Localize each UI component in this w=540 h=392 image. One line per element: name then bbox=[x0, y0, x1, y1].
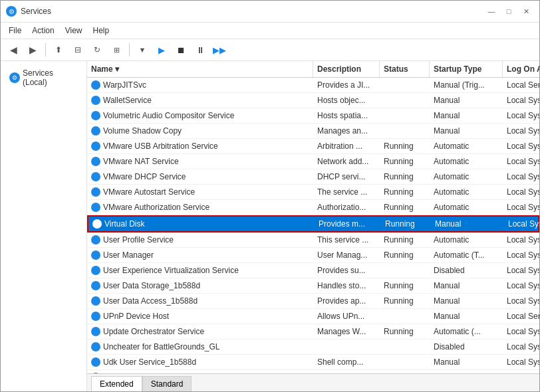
toolbar-map[interactable]: ⊞ bbox=[108, 41, 125, 58]
service-icon bbox=[91, 126, 100, 136]
table-container: Name ▾ Description Status Startup Type L… bbox=[87, 61, 539, 391]
toolbar-refresh[interactable]: ↻ bbox=[88, 41, 106, 58]
row-description-cell: Handles sto... bbox=[313, 278, 380, 293]
table-row[interactable]: VMware Autostart ServiceThe service ...R… bbox=[87, 185, 539, 200]
toolbar-play[interactable]: ▶ bbox=[153, 41, 170, 58]
table-row[interactable]: User Experience Virtualization ServicePr… bbox=[87, 263, 539, 278]
row-name-cell: Virtual Disk bbox=[88, 217, 315, 231]
menu-file[interactable]: File bbox=[3, 24, 27, 37]
service-icon bbox=[91, 111, 100, 120]
table-row[interactable]: User Data Storage_1b588dHandles sto...Ru… bbox=[87, 278, 539, 294]
row-description-cell: Provides a JI... bbox=[313, 78, 380, 92]
row-name-cell: WalletService bbox=[87, 93, 313, 108]
service-icon bbox=[91, 235, 100, 245]
row-name-cell: Volume Shadow Copy bbox=[87, 124, 313, 138]
row-logon-cell: Local Service bbox=[503, 309, 539, 324]
toolbar-back[interactable]: ◀ bbox=[5, 41, 22, 58]
menu-help[interactable]: Help bbox=[88, 24, 115, 37]
row-status-cell bbox=[380, 124, 430, 138]
table-row[interactable]: VMware NAT ServiceNetwork add...RunningA… bbox=[87, 154, 539, 169]
row-description-cell: Provides su... bbox=[313, 263, 380, 278]
toolbar-forward[interactable]: ▶ bbox=[24, 41, 41, 58]
service-icon bbox=[91, 157, 100, 166]
service-icon bbox=[91, 80, 100, 90]
row-name: User Profile Service bbox=[103, 235, 174, 245]
table-row[interactable]: Udk User Service_1b588dShell comp...Manu… bbox=[87, 355, 539, 370]
tab-extended[interactable]: Extended bbox=[91, 376, 142, 391]
row-status-cell bbox=[380, 93, 430, 108]
minimize-button[interactable]: — bbox=[483, 5, 499, 18]
row-description-cell bbox=[313, 340, 380, 354]
menu-action[interactable]: Action bbox=[27, 24, 59, 37]
close-button[interactable]: ✕ bbox=[518, 5, 534, 18]
toolbar-up[interactable]: ⬆ bbox=[50, 41, 67, 58]
row-status-cell: Running bbox=[380, 233, 430, 247]
toolbar-show-hide[interactable]: ⊟ bbox=[69, 41, 86, 58]
row-description-cell: DHCP servi... bbox=[313, 169, 380, 184]
table-row[interactable]: Volumetric Audio Compositor ServiceHosts… bbox=[87, 108, 539, 124]
table-row[interactable]: VMware USB Arbitration ServiceArbitratio… bbox=[87, 139, 539, 154]
table-row[interactable]: User ManagerUser Manag...RunningAutomati… bbox=[87, 248, 539, 263]
table-row[interactable]: Volume Shadow CopyManages an...ManualLoc… bbox=[87, 124, 539, 139]
table-row[interactable]: WarpJITSvcProvides a JI...Manual (Trig..… bbox=[87, 78, 539, 93]
tab-standard[interactable]: Standard bbox=[142, 376, 192, 391]
row-name-cell: VMware Authorization Service bbox=[87, 200, 313, 215]
row-name: Volume Shadow Copy bbox=[103, 126, 182, 136]
row-startup-cell: Manual bbox=[430, 309, 503, 324]
toolbar-restart[interactable]: ▶▶ bbox=[211, 41, 228, 58]
toolbar-pause[interactable]: ⏸ bbox=[192, 41, 209, 58]
col-header-startup[interactable]: Startup Type bbox=[430, 61, 503, 77]
row-logon-cell: Local Syste... bbox=[503, 139, 539, 153]
table-row[interactable]: User Data Access_1b588dProvides ap...Run… bbox=[87, 294, 539, 309]
col-header-status[interactable]: Status bbox=[380, 61, 430, 77]
row-name: VMware DHCP Service bbox=[103, 172, 186, 181]
row-name: VMware Autostart Service bbox=[103, 187, 195, 197]
row-logon-cell: Local Syste... bbox=[503, 200, 539, 215]
row-logon-cell: Local Syste... bbox=[503, 294, 539, 308]
row-logon-cell: Local Syste... bbox=[503, 93, 539, 108]
table-body[interactable]: WarpJITSvcProvides a JI...Manual (Trig..… bbox=[87, 78, 539, 373]
col-header-description[interactable]: Description bbox=[313, 61, 380, 77]
col-header-name[interactable]: Name ▾ bbox=[87, 61, 313, 77]
table-row[interactable]: Virtual DiskProvides m...RunningManualLo… bbox=[87, 215, 539, 233]
row-startup-cell: Automatic bbox=[430, 154, 503, 169]
row-startup-cell: Disabled bbox=[430, 340, 503, 354]
row-startup-cell: Manual (Trig... bbox=[430, 78, 503, 92]
toolbar-stop[interactable]: ⏹ bbox=[172, 41, 190, 58]
table-row[interactable]: Update Orchestrator ServiceManages W...R… bbox=[87, 324, 539, 340]
table-header: Name ▾ Description Status Startup Type L… bbox=[87, 61, 539, 78]
sidebar-item-services-local[interactable]: ⚙ Services (Local) bbox=[5, 65, 82, 90]
table-row[interactable]: Uncheater for BattleGrounds_GLDisabledLo… bbox=[87, 340, 539, 355]
table-row[interactable]: VMware Authorization ServiceAuthorizatio… bbox=[87, 200, 539, 215]
row-name: VMware Authorization Service bbox=[103, 203, 209, 212]
menu-view[interactable]: View bbox=[60, 24, 88, 37]
table-row[interactable]: WalletServiceHosts objec...ManualLocal S… bbox=[87, 93, 539, 108]
row-startup-cell: Manual bbox=[430, 108, 503, 123]
table-row[interactable]: VMware DHCP ServiceDHCP servi...RunningA… bbox=[87, 169, 539, 185]
maximize-button[interactable]: □ bbox=[501, 5, 517, 18]
row-name-cell: User Data Access_1b588d bbox=[87, 294, 313, 308]
toolbar-filter[interactable]: ▼ bbox=[134, 41, 151, 58]
row-name: User Data Access_1b588d bbox=[103, 296, 198, 306]
table-row[interactable]: User Profile ServiceThis service ...Runn… bbox=[87, 233, 539, 248]
col-header-logon[interactable]: Log On As bbox=[503, 61, 539, 77]
row-name-cell: Volumetric Audio Compositor Service bbox=[87, 108, 313, 123]
row-name: User Data Storage_1b588d bbox=[103, 281, 200, 290]
row-description-cell: Arbitration ... bbox=[313, 139, 380, 153]
service-icon bbox=[91, 250, 100, 260]
row-name-cell: VMware NAT Service bbox=[87, 154, 313, 169]
row-name: User Manager bbox=[103, 250, 154, 260]
row-name-cell: Uncheater for BattleGrounds_GL bbox=[87, 340, 313, 354]
row-startup-cell: Automatic (T... bbox=[430, 248, 503, 262]
service-icon bbox=[92, 219, 102, 229]
row-name: Virtual Disk bbox=[104, 219, 144, 229]
table-row[interactable]: UPnP Device HostAllows UPn...ManualLocal… bbox=[87, 309, 539, 324]
row-description-cell: Shell comp... bbox=[313, 355, 380, 369]
row-startup-cell: Automatic bbox=[430, 185, 503, 199]
row-name: WalletService bbox=[103, 96, 152, 105]
row-description-cell: Hosts spatia... bbox=[313, 108, 380, 123]
service-icon bbox=[91, 96, 100, 105]
row-status-cell bbox=[380, 355, 430, 369]
row-status-cell bbox=[380, 340, 430, 354]
row-status-cell: Running bbox=[380, 294, 430, 308]
